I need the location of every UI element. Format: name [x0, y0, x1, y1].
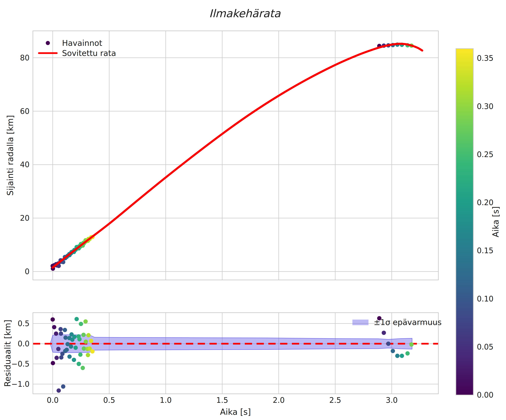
residual-point	[59, 327, 63, 331]
residuals-y-tick-label: −1.0	[11, 380, 30, 388]
x-tick-label: 3.0	[386, 396, 398, 405]
colorbar-tick-label: 0.30	[477, 102, 493, 111]
residual-point	[90, 349, 94, 354]
colorbar-label: Aika [s]	[491, 206, 500, 237]
residual-point	[81, 333, 86, 337]
residual-point	[391, 349, 395, 353]
residual-point	[61, 385, 65, 389]
residual-point	[51, 361, 55, 365]
residual-point	[86, 353, 90, 357]
chart-title: Ilmakehärata	[209, 7, 281, 20]
x-axis-label: Aika [s]	[220, 407, 251, 417]
x-tick-label: 1.5	[216, 396, 228, 405]
colorbar-tick-label: 0.10	[477, 295, 493, 303]
residuals-y-tick-label: 0.5	[18, 319, 30, 328]
residuals-y-tick-label: −0.5	[11, 359, 30, 368]
residual-point	[57, 388, 61, 393]
residual-point	[86, 333, 91, 337]
residual-point	[74, 317, 79, 321]
trajectory-y-tick-label: 40	[20, 160, 30, 169]
residual-point	[78, 352, 83, 357]
residual-point	[406, 351, 410, 355]
colorbar-tick-label: 0.25	[477, 150, 493, 159]
x-tick-label: 0.0	[47, 396, 59, 405]
figure: 0204060800.50.0−0.5−1.00.00.51.01.52.02.…	[0, 0, 506, 420]
legend-label-fit: Sovitettu rata	[62, 49, 116, 58]
residual-point	[382, 331, 386, 335]
residual-point	[65, 348, 69, 352]
residual-point	[56, 347, 60, 351]
residual-point	[72, 358, 76, 362]
residual-point	[59, 332, 63, 336]
trajectory-y-axis-label: Sijainti radalla [km]	[5, 115, 15, 196]
residual-point	[52, 325, 56, 329]
trajectory-y-tick-label: 0	[25, 267, 30, 276]
residual-point	[395, 354, 399, 358]
trajectory-y-tick-label: 80	[20, 54, 30, 62]
residual-point	[77, 362, 81, 366]
colorbar-tick-label: 0.05	[477, 343, 493, 351]
residual-point	[400, 354, 404, 358]
residual-point	[54, 332, 58, 336]
x-tick-label: 2.5	[329, 396, 341, 405]
residual-point	[54, 356, 59, 360]
residual-point	[386, 342, 391, 346]
colorbar-tick-label: 0.00	[477, 391, 493, 399]
residuals-y-axis-label: Residuaalit [km]	[3, 320, 12, 387]
x-tick-label: 1.0	[160, 396, 172, 405]
legend-band-swatch-icon	[353, 320, 368, 325]
residual-point	[84, 339, 88, 344]
trajectory-y-tick-label: 20	[20, 214, 30, 222]
trajectory-y-tick-label: 60	[20, 107, 30, 115]
residual-point	[51, 317, 55, 322]
residual-point	[77, 337, 82, 341]
residual-point	[72, 335, 77, 339]
residual-point	[89, 339, 93, 343]
residual-point	[63, 335, 68, 340]
legend-scatter-marker-icon	[46, 41, 50, 45]
colorbar-tick-label: 0.20	[477, 198, 493, 207]
x-tick-label: 2.0	[273, 396, 285, 405]
residual-point	[69, 345, 73, 349]
legend-label-observations: Havainnot	[62, 39, 102, 48]
residual-point	[59, 355, 64, 359]
x-tick-label: 0.5	[103, 396, 115, 405]
residual-point	[63, 328, 67, 332]
colorbar-tick-label: 0.35	[477, 54, 493, 62]
residual-point	[409, 342, 414, 347]
residuals-y-tick-label: 0.0	[18, 339, 30, 348]
colorbar-tick-label: 0.15	[477, 246, 493, 255]
colorbar-gradient	[456, 49, 473, 395]
figure-background	[0, 0, 506, 420]
residual-point	[79, 322, 83, 326]
residual-point	[67, 355, 72, 359]
residual-point	[84, 319, 88, 324]
residual-point	[80, 366, 85, 370]
residual-point	[73, 345, 78, 350]
legend-label-uncertainty: ±1σ epävarmuus	[374, 318, 441, 327]
trajectory-figure: 0204060800.50.0−0.5−1.00.00.51.01.52.02.…	[0, 0, 506, 420]
residual-point	[82, 346, 86, 351]
